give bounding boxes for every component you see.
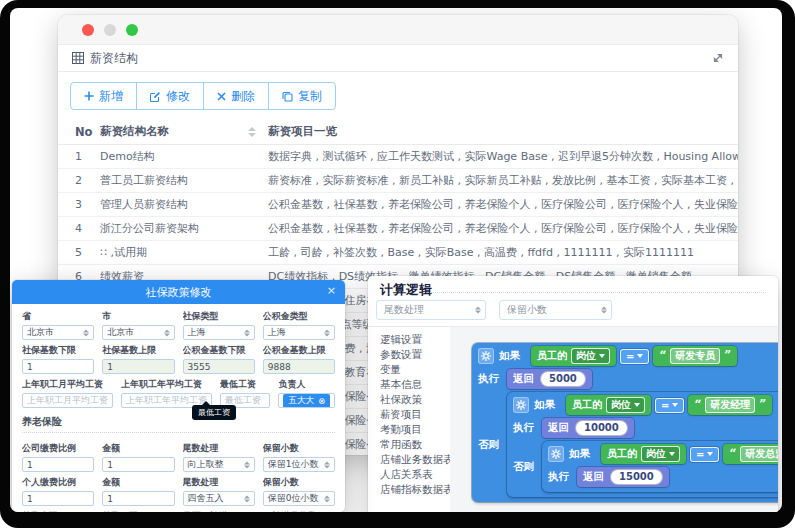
return-block[interactable]: 返回5000 [507,369,592,389]
column-name[interactable]: 薪资结构名称 [100,124,268,139]
row-name: 浙江分公司薪资架构 [100,221,268,236]
condition-group: 员工的岗位=“研发专员” [531,346,737,366]
row-name: 管理人员薪资结构 [100,197,268,212]
copy-button[interactable]: 复制 [268,82,336,110]
calc-logic-panel: 计算逻辑 尾数处理 保留小数 逻辑设置参数设置变量基本信息社保政策薪资项目考勤项… [368,276,778,512]
if-row: 如果员工的岗位=“研发经理” [513,395,778,415]
fund-base-min-input[interactable]: 3555 [183,359,255,374]
employee-attribute-block[interactable]: 员工的岗位 [601,444,686,464]
logic-menu-item[interactable]: 考勤项目 [380,422,450,437]
if-row: 如果员工的岗位=“研发总监” [548,444,778,464]
add-button[interactable]: 新增 [70,82,137,110]
return-block[interactable]: 返回15000 [577,467,669,487]
province-select[interactable]: 北京市 [22,325,94,340]
logic-menu-item[interactable]: 常用函数 [380,437,450,452]
fund-base-max-input[interactable]: 9888 [263,359,335,374]
operator-dropdown[interactable]: = [655,398,684,413]
ss-base-min-input[interactable]: 1 [22,359,94,374]
string-block[interactable]: “研发经理” [688,395,772,415]
else-label: 否则 [513,460,537,474]
table-row[interactable]: 5 ∷ ,试用期 工龄 , 司龄 , 补签次数 , Base , 实际Base … [58,241,738,265]
personal-ratio-input[interactable]: 1 [22,491,94,506]
employee-attribute-block[interactable]: 员工的岗位 [531,346,616,366]
traffic-light-zoom[interactable] [126,24,138,36]
logic-menu-item[interactable]: 基本信息 [380,377,450,392]
delete-button[interactable]: 删除 [203,82,269,110]
chevron-down-icon [634,403,640,407]
logic-menu-item[interactable]: 薪资项目 [380,407,450,422]
company-amount-input[interactable]: 1 [102,457,174,472]
social-type-select[interactable]: 上海 [183,325,255,340]
operator-dropdown[interactable]: = [690,447,719,462]
row-no: 5 [58,246,100,259]
close-icon [217,92,226,101]
return-value[interactable]: 15000 [610,469,663,485]
row-items: 公积金基数 , 社保基数 , 养老保险公司 , 养老保险个人 , 医疗保险公司 … [268,197,738,212]
tag-close-icon[interactable]: ⊗ [318,396,325,406]
gear-icon[interactable] [548,446,564,462]
min-wage-tooltip: 最低工资 [192,405,236,420]
traffic-light-close[interactable] [82,24,94,36]
if-label: 如果 [569,447,590,461]
return-block[interactable]: 返回10000 [542,418,634,438]
open-quote: “ [694,399,701,411]
blocks-canvas[interactable]: 如果员工的岗位=“研发专员”执行返回5000否则如果员工的岗位=“研发经理”执行… [450,327,778,512]
modal-title: 社保政策修改 [146,285,212,300]
string-block[interactable]: “研发专员” [653,346,737,366]
rounding-select[interactable]: 尾数处理 [376,300,486,320]
if-block[interactable]: 如果员工的岗位=“研发专员”执行返回5000否则如果员工的岗位=“研发经理”执行… [472,343,778,502]
logic-menu-item[interactable]: 人店关系表 [380,467,450,482]
panel-title: 计算逻辑 [380,281,432,299]
chevron-down-icon [599,354,605,358]
logic-menu-item[interactable]: 店铺业务数据表 [380,452,450,467]
ss-base-max-input[interactable]: 1 [102,359,174,374]
personal-rounding-select[interactable]: 四舍五入 [183,491,255,506]
decimal-select[interactable]: 保留小数 [499,300,612,320]
city-select[interactable]: 北京市 [102,325,174,340]
social-policy-modal: 社保政策修改 × 省 北京市 市 北京市 社保类型 上海 公积金类型 上海 社保… [12,280,345,512]
expand-icon[interactable] [712,52,724,64]
string-value: 研发总监 [740,446,778,462]
return-value[interactable]: 5000 [540,371,586,387]
logic-menu-item[interactable]: 社保政策 [380,392,450,407]
table-row[interactable]: 4 浙江分公司薪资架构 公积金基数 , 社保基数 , 养老保险公司 , 养老保险… [58,217,738,241]
field-dropdown[interactable]: 岗位 [641,446,680,462]
do-label: 执行 [478,372,502,386]
return-value[interactable]: 10000 [575,420,628,436]
row-name: Demo结构 [100,149,268,164]
gear-icon[interactable] [478,348,494,364]
open-quote: “ [729,448,736,460]
table-row[interactable]: 2 普工员工薪资结构 薪资标准 , 实际薪资标准 , 新员工补贴 , 实际新员工… [58,169,738,193]
company-rounding-select[interactable]: 向上取整 [183,457,255,472]
company-ratio-input[interactable]: 1 [22,457,94,472]
do-label: 执行 [548,470,572,484]
logic-menu-item[interactable]: 变量 [380,362,450,377]
string-block[interactable]: “研发总监” [723,444,778,464]
else-label: 否则 [478,438,502,452]
sort-carets-icon[interactable] [248,127,256,137]
gear-icon[interactable] [513,397,529,413]
pension-section-title: 养老保险 [22,415,335,433]
avg-month-wage-input[interactable]: 上年职工月平均工资 [22,393,113,408]
personal-amount-input[interactable]: 1 [102,491,174,506]
owner-input[interactable]: 五大大⊗ [278,393,335,408]
row-name: ∷ ,试用期 [100,245,268,260]
logic-menu-item[interactable]: 店铺指标数据表 [380,482,450,497]
fund-type-select[interactable]: 上海 [263,325,335,340]
table-row[interactable]: 3 管理人员薪资结构 公积金基数 , 社保基数 , 养老保险公司 , 养老保险个… [58,193,738,217]
traffic-light-minimize[interactable] [104,24,116,36]
logic-menu-item[interactable]: 参数设置 [380,347,450,362]
table-row[interactable]: 1 Demo结构 数据字典 , 测试循环 , 应工作天数测试 , 实际Wage … [58,145,738,169]
page-title: 薪资结构 [90,50,138,67]
employee-attribute-block[interactable]: 员工的岗位 [566,395,651,415]
edit-button[interactable]: 修改 [136,82,204,110]
personal-decimal-select[interactable]: 保留0位小数 [263,491,335,506]
company-decimal-select[interactable]: 保留1位小数 [263,457,335,472]
operator-dropdown[interactable]: = [620,349,649,364]
logic-menu-item[interactable]: 逻辑设置 [380,332,450,347]
if-block[interactable]: 如果员工的岗位=“研发经理”执行返回10000否则如果员工的岗位=“研发总监”执… [507,392,778,497]
if-block[interactable]: 如果员工的岗位=“研发总监”执行返回15000 [542,441,778,492]
field-dropdown[interactable]: 岗位 [571,348,610,364]
modal-close-icon[interactable]: × [327,284,336,297]
field-dropdown[interactable]: 岗位 [606,397,645,413]
